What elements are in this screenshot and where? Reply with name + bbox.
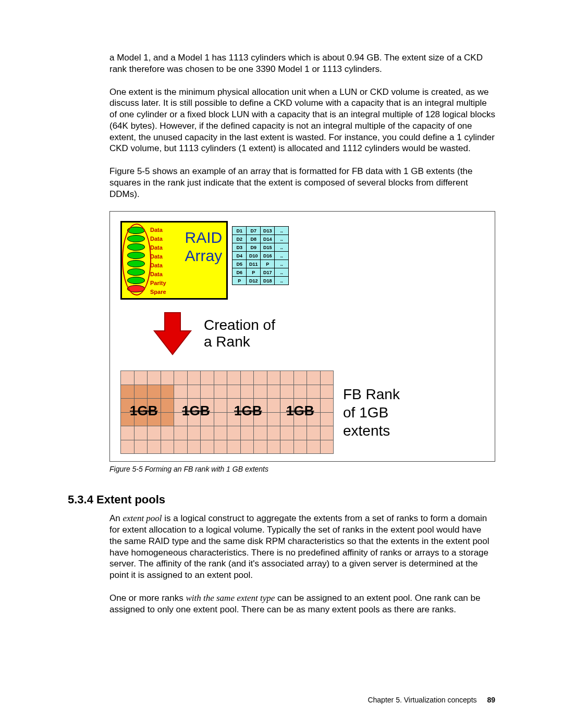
svg-marker-0 — [154, 313, 191, 354]
stripe-cell: D16 — [261, 252, 275, 260]
page: a Model 1, and a Model 1 has 1113 cylind… — [0, 0, 563, 728]
stripe-cell: P — [261, 260, 275, 268]
extent-1gb-label: 1GB — [182, 403, 210, 419]
fb-line2: of 1GB — [343, 403, 400, 422]
italic-term: extent pool — [123, 513, 162, 523]
stripe-cell: D4 — [232, 252, 247, 260]
creation-line2: a Rank — [204, 334, 275, 350]
disk-icon — [127, 243, 145, 251]
raid-title: RAID Array — [185, 226, 223, 265]
stripe-cell: D1 — [232, 227, 247, 235]
stripe-table: D1D7D13.. D2D8D14.. D3D9D15.. D4D10D16..… — [232, 226, 289, 285]
disk-label: Data — [150, 262, 166, 268]
disk-label: Spare — [150, 289, 166, 295]
disk-icon — [127, 268, 145, 276]
disk-icon — [127, 277, 145, 284]
stripe-cell: .. — [275, 227, 289, 235]
stripe-cell: D15 — [261, 243, 275, 252]
stripe-cell: P — [247, 268, 261, 277]
paragraph-3: Figure 5-5 shows an example of an array … — [109, 166, 495, 200]
raid-array-row: Data Data Data Data Data Data Parity Spa… — [120, 221, 484, 300]
disk-icon — [127, 260, 145, 267]
extent-1gb-label: 1GB — [234, 403, 262, 419]
disk-icon — [127, 235, 145, 242]
fb-line1: FB Rank — [343, 385, 400, 403]
text: One or more ranks — [109, 593, 186, 603]
figure-5-5: Data Data Data Data Data Data Parity Spa… — [109, 211, 495, 462]
extent-1gb-label: 1GB — [286, 403, 314, 419]
disk-label: Data — [150, 236, 166, 242]
paragraph-2: One extent is the minimum physical alloc… — [109, 87, 495, 155]
extents-row: 1GB 1GB 1GB 1GB FB Rank of 1GB extents — [120, 371, 484, 454]
stripe-cell: D2 — [232, 235, 247, 243]
body-text: a Model 1, and a Model 1 has 1113 cylind… — [109, 52, 495, 200]
paragraph-ranks: One or more ranks with the same extent t… — [109, 593, 495, 615]
fb-rank-label: FB Rank of 1GB extents — [343, 385, 400, 440]
raid-title-line1: RAID — [185, 229, 223, 247]
stripe-cell: D14 — [261, 235, 275, 243]
italic-term: with the same extent type — [186, 593, 275, 603]
stripe-cell: .. — [275, 235, 289, 243]
stripe-cell: .. — [275, 252, 289, 260]
disk-icon — [127, 252, 145, 259]
body-text-2: An extent pool is a logical construct to… — [109, 513, 495, 615]
disk-labels: Data Data Data Data Data Data Parity Spa… — [150, 226, 166, 295]
disk-label: Parity — [150, 280, 166, 286]
stripe-cell: D18 — [261, 277, 275, 285]
disk-label: Data — [150, 227, 166, 233]
extent-grid-wrap: 1GB 1GB 1GB 1GB — [120, 371, 334, 454]
disk-label: Data — [150, 253, 166, 260]
stripe-cell: D11 — [247, 260, 261, 268]
stripe-cell: D8 — [247, 235, 261, 243]
disk-label: Data — [150, 244, 166, 251]
stripe-cell: D13 — [261, 227, 275, 235]
stripe-cell: .. — [275, 268, 289, 277]
section-heading-extent-pools: 5.3.4 Extent pools — [68, 493, 495, 507]
fb-line3: extents — [343, 422, 400, 440]
stripe-cell: .. — [275, 260, 289, 268]
raid-array-box: Data Data Data Data Data Data Parity Spa… — [120, 221, 228, 300]
footer-chapter: Chapter 5. Virtualization concepts — [368, 696, 476, 704]
stripe-cell: D7 — [247, 227, 261, 235]
stripe-cell: D9 — [247, 243, 261, 252]
creation-label: Creation of a Rank — [204, 317, 275, 350]
creation-line1: Creation of — [204, 317, 275, 334]
paragraph-extent-pool: An extent pool is a logical construct to… — [109, 513, 495, 581]
paragraph-1: a Model 1, and a Model 1 has 1113 cylind… — [109, 52, 495, 75]
stripe-cell: P — [232, 277, 247, 285]
raid-title-line2: Array — [185, 247, 223, 265]
extent-1gb-label: 1GB — [130, 403, 157, 419]
disk-icon — [127, 227, 145, 234]
stripe-cell: .. — [275, 243, 289, 252]
footer-page-number: 89 — [487, 696, 495, 704]
text: is a logical construct to aggregate the … — [109, 513, 489, 580]
down-arrow-icon — [152, 310, 193, 357]
disk-column — [125, 226, 147, 293]
stripe-cell: .. — [275, 277, 289, 285]
stripe-cell: D3 — [232, 243, 247, 252]
figure-caption: Figure 5-5 Forming an FB rank with 1 GB … — [109, 465, 495, 473]
page-footer: Chapter 5. Virtualization concepts 89 — [368, 696, 495, 704]
stripe-cell: D10 — [247, 252, 261, 260]
stripe-cell: D17 — [261, 268, 275, 277]
stripe-cell: D6 — [232, 268, 247, 277]
arrow-row: Creation of a Rank — [152, 310, 484, 357]
stripe-cell: D12 — [247, 277, 261, 285]
spare-disk-icon — [127, 285, 145, 292]
text: An — [109, 513, 123, 523]
disk-label: Data — [150, 271, 166, 277]
stripe-cell: D5 — [232, 260, 247, 268]
